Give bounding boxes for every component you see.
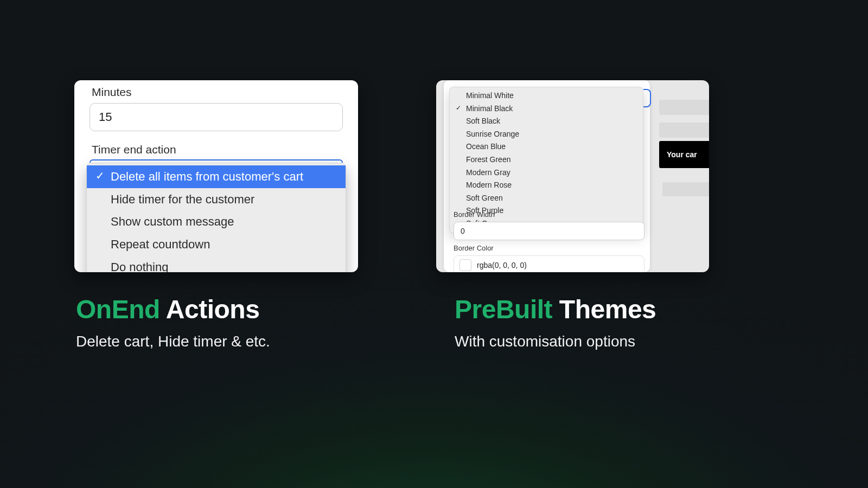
left-heading-block: OnEnd Actions Delete cart, Hide timer & … (76, 296, 270, 350)
border-color-block: Border Color rgba(0, 0, 0, 0) (454, 244, 644, 272)
preview-placeholder-2 (659, 123, 709, 138)
panel-inner: Minutes Timer end action Delete all item… (74, 80, 358, 272)
dropdown-option-custom-message[interactable]: Show custom message (87, 210, 346, 233)
theme-option-forest-green[interactable]: Forest Green (450, 153, 643, 166)
theme-option-modern-rose[interactable]: Modern Rose (450, 179, 643, 192)
dropdown-option-delete-cart[interactable]: Delete all items from customer's cart (87, 165, 346, 188)
preview-banner: Your car (659, 141, 709, 168)
heading-white: Themes (552, 295, 656, 324)
theme-option-sunrise-orange[interactable]: Sunrise Orange (450, 128, 643, 141)
theme-option-soft-black[interactable]: Soft Black (450, 115, 643, 128)
theme-option-ocean-blue[interactable]: Ocean Blue (450, 140, 643, 153)
minutes-label: Minutes (92, 86, 343, 99)
onend-actions-heading: OnEnd Actions (76, 296, 270, 324)
theme-option-soft-green[interactable]: Soft Green (450, 192, 643, 205)
preview-placeholder-1 (659, 100, 709, 115)
select-focus-edge (643, 89, 651, 107)
preview-strip (659, 100, 709, 145)
dropdown-option-do-nothing[interactable]: Do nothing (87, 256, 346, 272)
border-width-label: Border Width (454, 210, 644, 219)
right-heading-block: PreBuilt Themes With customisation optio… (455, 296, 656, 350)
border-width-input[interactable] (454, 222, 644, 240)
settings-card: Minimal White Minimal Black Soft Black S… (444, 80, 650, 272)
minutes-input[interactable] (90, 103, 343, 131)
color-value-text: rgba(0, 0, 0, 0) (477, 261, 527, 269)
heading-accent: OnEnd (76, 295, 160, 324)
border-color-input[interactable]: rgba(0, 0, 0, 0) (454, 255, 644, 272)
prebuilt-themes-subheading: With customisation options (455, 333, 656, 350)
prebuilt-themes-heading: PreBuilt Themes (455, 296, 656, 324)
theme-option-minimal-black[interactable]: Minimal Black (450, 102, 643, 115)
dropdown-option-hide-timer[interactable]: Hide timer for the customer (87, 188, 346, 211)
theme-option-modern-gray[interactable]: Modern Gray (450, 166, 643, 179)
border-width-block: Border Width (454, 210, 644, 240)
dropdown-option-repeat-countdown[interactable]: Repeat countdown (87, 233, 346, 256)
prebuilt-themes-panel: Minimal White Minimal Black Soft Black S… (436, 80, 709, 272)
timer-end-action-dropdown[interactable]: Delete all items from customer's cart Hi… (86, 163, 346, 272)
heading-white: Actions (160, 295, 260, 324)
border-color-label: Border Color (454, 244, 644, 252)
theme-option-minimal-white[interactable]: Minimal White (450, 89, 643, 102)
timer-end-action-label: Timer end action (92, 143, 343, 156)
color-swatch[interactable] (459, 259, 471, 271)
heading-accent: PreBuilt (455, 295, 552, 324)
onend-actions-subheading: Delete cart, Hide timer & etc. (76, 333, 270, 350)
onend-actions-panel: Minutes Timer end action Delete all item… (74, 80, 358, 272)
preview-placeholder-3 (662, 182, 709, 196)
